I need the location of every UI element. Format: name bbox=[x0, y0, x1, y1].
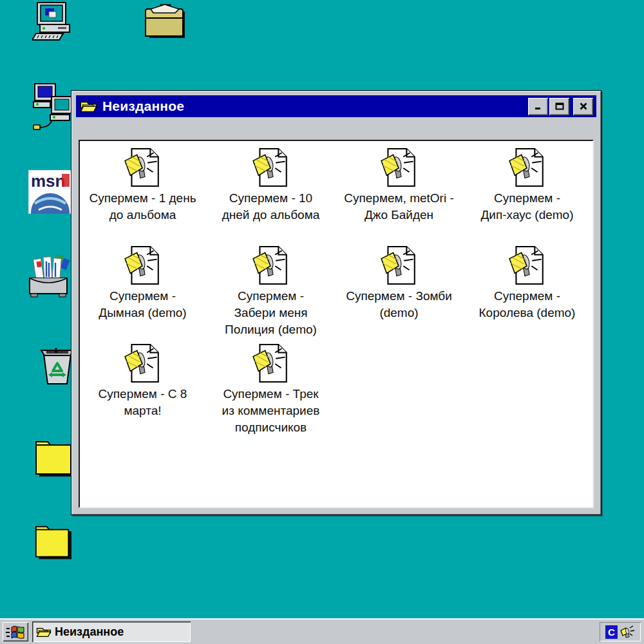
system-tray: C bbox=[600, 622, 641, 641]
c-indicator-icon[interactable]: C bbox=[605, 625, 618, 639]
file-label: Супермем - Королева (demo) bbox=[479, 288, 576, 321]
minimize-button[interactable] bbox=[528, 98, 548, 115]
my-computer-icon[interactable] bbox=[32, 1, 73, 41]
taskbar-task-neizdannoe[interactable]: Неизданное bbox=[32, 621, 191, 642]
file-label: Супермем - Дымная (demo) bbox=[99, 288, 186, 321]
audio-file-icon bbox=[379, 245, 419, 285]
window-title: Неизданное bbox=[102, 99, 184, 114]
file-item[interactable]: Супермем, metOri - Джо Байден bbox=[335, 147, 463, 245]
file-label: Супермем, metOri - Джо Байден bbox=[344, 190, 454, 223]
msn-icon[interactable]: msn bbox=[28, 170, 72, 214]
title-bar[interactable]: Неизданное bbox=[76, 95, 596, 117]
file-item[interactable]: Супермем - 1 день до альбома bbox=[79, 147, 207, 245]
audio-file-icon bbox=[123, 245, 163, 285]
start-button[interactable] bbox=[3, 622, 28, 641]
file-item[interactable]: Супермем - Дип-хаус (demo) bbox=[463, 147, 591, 245]
taskbar: Неизданное C bbox=[0, 618, 644, 644]
network-neighborhood-icon[interactable] bbox=[32, 82, 73, 130]
task-label: Неизданное bbox=[55, 625, 124, 639]
close-icon bbox=[579, 102, 588, 110]
file-item[interactable]: Супермем - С 8 марта! bbox=[79, 343, 207, 441]
audio-file-icon bbox=[251, 343, 291, 383]
maximize-icon bbox=[555, 102, 564, 110]
file-label: Супермем - 10 дней до альбома bbox=[222, 190, 320, 223]
file-label: Супермем - Дип-хаус (demo) bbox=[481, 190, 574, 223]
file-item[interactable]: Супермем - 10 дней до альбома bbox=[207, 147, 335, 245]
file-label: Супермем - Зомби (demo) bbox=[346, 288, 452, 321]
open-folder-icon bbox=[79, 99, 97, 114]
audio-file-icon bbox=[251, 245, 291, 285]
audio-file-icon bbox=[251, 147, 291, 187]
volume-icon[interactable] bbox=[620, 625, 635, 639]
audio-file-icon bbox=[123, 343, 163, 383]
briefcase-icon[interactable] bbox=[144, 3, 188, 40]
inbox-icon[interactable] bbox=[27, 254, 76, 300]
file-item[interactable]: Супермем - Дымная (demo) bbox=[79, 245, 207, 343]
folder-window: Неизданное Супермем - 1 день до альбома … bbox=[71, 90, 601, 515]
audio-file-icon bbox=[379, 147, 419, 187]
audio-file-icon bbox=[507, 147, 547, 187]
open-folder-icon bbox=[35, 625, 52, 638]
minimize-icon bbox=[534, 102, 543, 110]
folder-icon[interactable] bbox=[31, 524, 75, 562]
windows-logo-icon bbox=[5, 623, 26, 640]
file-label: Супермем - Трек из комментариев подписчи… bbox=[222, 386, 320, 436]
file-item[interactable]: Супермем - Зомби (demo) bbox=[335, 245, 463, 343]
close-button[interactable] bbox=[573, 98, 593, 115]
file-label: Супермем - 1 день до альбома bbox=[89, 190, 196, 223]
folder-icon[interactable] bbox=[32, 439, 76, 479]
file-label: Супермем - Забери меня Полиция (demo) bbox=[225, 288, 317, 338]
maximize-button[interactable] bbox=[549, 98, 569, 115]
file-item[interactable]: Супермем - Забери меня Полиция (demo) bbox=[207, 245, 335, 343]
msn-label: msn bbox=[31, 171, 65, 191]
audio-file-icon bbox=[507, 245, 547, 285]
file-item[interactable]: Супермем - Королева (demo) bbox=[463, 245, 591, 343]
folder-content-area: Супермем - 1 день до альбома Супермем - … bbox=[79, 140, 594, 508]
audio-file-icon bbox=[123, 147, 163, 187]
file-label: Супермем - С 8 марта! bbox=[99, 386, 187, 419]
file-grid: Супермем - 1 день до альбома Супермем - … bbox=[79, 147, 591, 441]
file-item[interactable]: Супермем - Трек из комментариев подписчи… bbox=[207, 343, 335, 441]
